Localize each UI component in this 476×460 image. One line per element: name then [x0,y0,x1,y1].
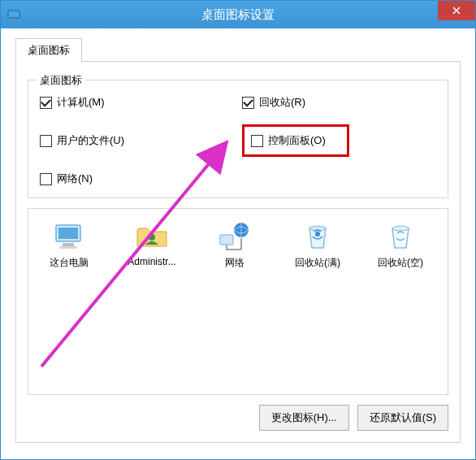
tab-desktop-icons[interactable]: 桌面图标 [15,38,82,63]
icon-label: 回收站(空) [378,256,423,270]
checkbox-label: 用户的文件(U) [57,133,124,148]
tab-panel: 桌面图标 计算机(M) 回收站(R) 用户的文件(U) [15,62,461,443]
checkbox-box [251,135,263,147]
client-area: 桌面图标 桌面图标 计算机(M) 回收站(R) [1,28,475,449]
network-icon [217,220,253,253]
checkbox-user-files[interactable]: 用户的文件(U) [40,124,234,157]
close-button[interactable] [438,1,475,20]
folder-icon [134,220,170,253]
dialog-window: 桌面图标设置 桌面图标 桌面图标 计算机(M) [0,0,476,460]
icon-recycle-full[interactable]: 回收站(满) [282,220,353,270]
tab-strip: 桌面图标 [15,38,461,62]
svg-point-10 [315,232,320,237]
checkbox-grid: 计算机(M) 回收站(R) 用户的文件(U) [40,95,436,186]
recycle-empty-icon [383,220,418,253]
tab-underline [15,61,461,62]
recycle-full-icon [300,220,335,253]
checkbox-computer[interactable]: 计算机(M) [40,95,234,110]
svg-rect-5 [59,246,77,249]
checkbox-label: 计算机(M) [57,95,105,110]
icon-user-folder[interactable]: Administr... [116,220,188,270]
icon-preview-area: 这台电脑 Administr... 网络 [28,208,448,395]
restore-default-button[interactable]: 还原默认值(S) [357,405,448,431]
svg-rect-3 [58,228,78,239]
icon-label: 网络 [225,256,244,270]
icon-recycle-empty[interactable]: 回收站(空) [365,220,436,270]
checkbox-control-panel[interactable]: 控制面板(O) [251,133,326,148]
checkbox-label: 控制面板(O) [268,133,326,148]
icon-network[interactable]: 网络 [199,220,270,270]
svg-rect-7 [220,235,233,245]
checkbox-box [40,135,52,147]
groupbox-title: 桌面图标 [37,73,85,88]
checkbox-box [242,97,254,109]
svg-point-6 [149,234,155,241]
highlight-box: 控制面板(O) [242,124,349,157]
icon-label: 这台电脑 [50,256,89,270]
icon-this-pc[interactable]: 这台电脑 [33,220,105,270]
button-row: 更改图标(H)... 还原默认值(S) [28,405,448,431]
svg-point-11 [392,226,409,231]
checkbox-box [40,173,52,185]
checkbox-label: 回收站(R) [259,95,305,110]
icon-label: 回收站(满) [295,256,340,270]
svg-rect-4 [63,243,74,246]
window-title: 桌面图标设置 [201,7,275,23]
checkbox-box [40,97,52,109]
checkbox-label: 网络(N) [57,171,93,186]
icon-row: 这台电脑 Administr... 网络 [33,220,443,270]
checkbox-network[interactable]: 网络(N) [40,171,234,186]
tab-label: 桌面图标 [28,44,70,56]
checkbox-recycle-bin[interactable]: 回收站(R) [242,95,436,110]
computer-icon [51,220,87,253]
svg-rect-0 [8,11,19,18]
change-icon-button[interactable]: 更改图标(H)... [259,405,349,431]
groupbox-desktop-icons: 桌面图标 计算机(M) 回收站(R) 用户的文件(U) [28,80,448,198]
svg-rect-1 [11,19,16,20]
app-icon [7,8,20,21]
icon-label: Administr... [128,256,175,267]
titlebar: 桌面图标设置 [1,1,475,28]
